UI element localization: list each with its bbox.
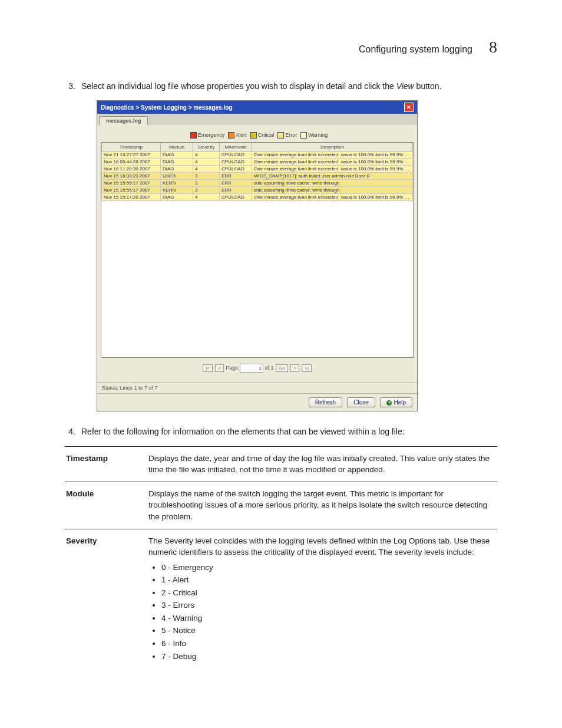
- list-item: 7 - Debug: [161, 651, 497, 663]
- page-of-text: of 1: [265, 365, 273, 371]
- first-page-button[interactable]: |<: [203, 364, 213, 372]
- column-header[interactable]: Severity: [193, 143, 220, 151]
- column-header[interactable]: Timestamp: [102, 143, 161, 151]
- page-header: Configuring system logging 8: [65, 38, 497, 57]
- list-item: 0 - Emergency: [161, 562, 497, 574]
- legend-label: Error: [285, 132, 297, 138]
- list-item: 6 - Info: [161, 638, 497, 650]
- page-label: Page: [226, 365, 238, 371]
- legend-label: Emergency: [198, 132, 225, 138]
- column-header[interactable]: Module: [161, 143, 193, 151]
- step-3: 3. Select an individual log file whose p…: [65, 80, 497, 92]
- tab-messages-log[interactable]: messages.log: [100, 116, 148, 125]
- def-term: Severity: [65, 529, 148, 669]
- breadcrumb: Diagnostics > System Logging > messages.…: [101, 104, 232, 111]
- def-row-module: Module Displays the name of the switch l…: [65, 482, 497, 529]
- def-term: Timestamp: [65, 446, 148, 482]
- legend-swatch: [190, 132, 197, 139]
- table-row[interactable]: Nov 15 15:17:20 2007DIAG4CPULOADOne minu…: [102, 194, 413, 201]
- severity-legend: EmergencyAlertCriticalErrorWarning: [101, 129, 414, 142]
- column-header[interactable]: Mnemonic: [220, 143, 252, 151]
- legend-label: Critical: [258, 132, 275, 138]
- window-footer: Refresh Close ?Help: [97, 393, 417, 411]
- def-row-severity: Severity The Severity level coincides wi…: [65, 529, 497, 669]
- table-row[interactable]: Nov 15 15:55:17 2007KERN3ERRsda: assumin…: [102, 187, 413, 194]
- log-viewer-window: Diagnostics > System Logging > messages.…: [97, 100, 418, 411]
- table-row[interactable]: Nov 16 11:26:30 2007DIAG4CPULOADOne minu…: [102, 166, 413, 173]
- prev-page-button[interactable]: <: [215, 364, 224, 372]
- legend-swatch: [300, 132, 307, 139]
- legend-label: Warning: [308, 132, 328, 138]
- go-button[interactable]: Go: [276, 364, 288, 372]
- column-header[interactable]: Description: [252, 143, 413, 151]
- pager: |< < Page of 1 Go > >|: [101, 358, 414, 378]
- refresh-button[interactable]: Refresh: [309, 397, 342, 407]
- list-item: 4 - Warning: [161, 612, 497, 624]
- legend-swatch: [250, 132, 257, 139]
- legend-swatch: [228, 132, 234, 139]
- status-bar: Status: Lines 1 to 7 of 7: [97, 382, 417, 393]
- log-table: TimestampModuleSeverityMnemonicDescripti…: [101, 143, 413, 201]
- def-row-timestamp: Timestamp Displays the date, year and ti…: [65, 446, 497, 482]
- list-item: 2 - Critical: [161, 587, 497, 599]
- last-page-button[interactable]: >|: [302, 364, 312, 372]
- next-page-button[interactable]: >: [290, 364, 299, 372]
- table-row[interactable]: Nov 21 18:27:27 2007DIAG4CPULOADOne minu…: [102, 151, 413, 159]
- table-row[interactable]: Nov 15 15:55:17 2007KERN3ERRsda: assumin…: [102, 180, 413, 187]
- chapter-number: 8: [489, 38, 497, 57]
- step-4: 4. Refer to the following for informatio…: [65, 426, 497, 437]
- header-title: Configuring system logging: [359, 44, 472, 55]
- list-item: 3 - Errors: [161, 599, 497, 611]
- window-titlebar[interactable]: Diagnostics > System Logging > messages.…: [97, 101, 417, 114]
- tab-row: messages.log: [97, 114, 417, 125]
- view-button-reference: View: [396, 81, 414, 91]
- help-icon: ?: [386, 400, 392, 406]
- list-item: 5 - Notice: [161, 625, 497, 637]
- close-button[interactable]: Close: [347, 397, 375, 407]
- step-text: Refer to the following for information o…: [81, 426, 497, 437]
- def-term: Module: [65, 482, 148, 529]
- def-text: Displays the date, year and time of day …: [148, 446, 497, 482]
- def-text: The Severity level coincides with the lo…: [148, 529, 497, 669]
- close-icon[interactable]: ✕: [404, 103, 414, 112]
- page-input[interactable]: [240, 364, 263, 373]
- definitions-table: Timestamp Displays the date, year and ti…: [65, 446, 497, 669]
- table-row[interactable]: Nov 18 05:44:28 2007DIAG4CPULOADOne minu…: [102, 159, 413, 166]
- log-table-frame: TimestampModuleSeverityMnemonicDescripti…: [101, 142, 414, 358]
- step-text: Select an individual log file whose prop…: [81, 80, 497, 92]
- severity-levels-list: 0 - Emergency1 - Alert2 - Critical3 - Er…: [148, 562, 497, 663]
- table-row[interactable]: Nov 15 16:03:23 2007USER3ERRWIOS_SNMP[10…: [102, 173, 413, 180]
- def-text: Displays the name of the switch logging …: [148, 482, 497, 529]
- step-number: 4.: [65, 426, 75, 437]
- legend-swatch: [277, 132, 284, 139]
- list-item: 1 - Alert: [161, 574, 497, 586]
- step-number: 3.: [65, 80, 75, 92]
- help-button[interactable]: ?Help: [380, 397, 412, 407]
- legend-label: Alert: [236, 132, 247, 138]
